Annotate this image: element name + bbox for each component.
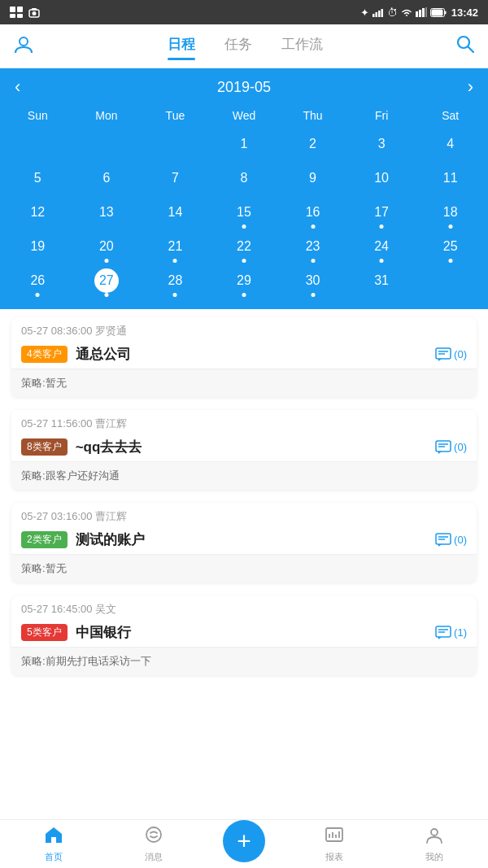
search-icon[interactable]	[455, 34, 475, 59]
calendar-weekdays: Sun Mon Tue Wed Thu Fri Sat	[0, 106, 488, 125]
day-number: 12	[25, 200, 50, 225]
bottom-nav: 首页 消息 + 报表	[0, 819, 488, 868]
svg-rect-17	[445, 11, 447, 14]
svg-rect-14	[425, 7, 427, 17]
calendar-day[interactable]: 1	[210, 129, 279, 161]
schedule-title: 测试的账户	[76, 530, 427, 549]
schedule-main-row: 2类客户测试的账户 (0)	[11, 527, 477, 554]
calendar-day[interactable]: 4	[416, 129, 485, 161]
comment-count: (0)	[454, 441, 467, 453]
tab-schedule[interactable]: 日程	[168, 35, 195, 57]
prev-month-button[interactable]: ‹	[15, 76, 20, 98]
tab-workflow[interactable]: 工作流	[281, 35, 323, 57]
calendar-day[interactable]: 11	[416, 163, 485, 195]
calendar-day[interactable]: 26	[3, 265, 72, 298]
day-number: 14	[163, 200, 187, 225]
nav-add[interactable]: +	[204, 820, 285, 869]
nav-reports[interactable]: 报表	[284, 826, 384, 863]
calendar-day[interactable]: 22	[210, 231, 279, 264]
calendar-day[interactable]: 16	[278, 197, 347, 229]
calendar-day[interactable]: 10	[347, 163, 416, 195]
svg-rect-9	[378, 11, 381, 17]
schedule-item[interactable]: 05-27 03:16:00 曹江辉2类客户测试的账户 (0)策略:暂无	[11, 503, 477, 582]
calendar-day[interactable]: 18	[416, 197, 485, 229]
calendar: ‹ 2019-05 › Sun Mon Tue Wed Thu Fri Sat …	[0, 68, 488, 309]
svg-rect-34	[326, 828, 342, 841]
add-button[interactable]: +	[223, 820, 265, 862]
reports-icon	[325, 826, 344, 848]
time-display: 13:42	[451, 7, 478, 19]
comment-button[interactable]: (0)	[435, 440, 467, 455]
calendar-day[interactable]: 17	[347, 197, 416, 229]
calendar-day[interactable]: 19	[3, 231, 72, 264]
calendar-day[interactable]: 7	[141, 163, 210, 195]
calendar-day[interactable]: 29	[210, 265, 279, 298]
calendar-day[interactable]: 31	[347, 265, 416, 298]
event-dot	[448, 259, 452, 263]
weekday-sun: Sun	[3, 106, 72, 125]
comment-button[interactable]: (0)	[435, 533, 467, 547]
day-number: 15	[232, 200, 256, 225]
day-number: 9	[301, 166, 325, 190]
calendar-day[interactable]: 21	[141, 231, 210, 264]
svg-rect-16	[431, 9, 442, 15]
day-number: 5	[25, 166, 50, 190]
status-bar: ✦ ⏱ 13:42	[0, 0, 488, 24]
svg-rect-2	[10, 14, 15, 18]
nav-messages-label: 消息	[145, 851, 163, 863]
day-number: 26	[25, 268, 50, 293]
comment-count: (0)	[454, 348, 467, 360]
svg-rect-8	[375, 12, 377, 17]
schedule-item-header: 05-27 03:16:00 曹江辉	[11, 503, 477, 527]
calendar-day[interactable]: 30	[278, 265, 347, 298]
schedule-item-header: 05-27 08:36:00 罗贤通	[11, 317, 477, 342]
schedule-meta: 05-27 03:16:00 曹江辉	[21, 509, 127, 524]
calendar-day[interactable]: 15	[210, 197, 279, 229]
day-number: 4	[438, 132, 463, 156]
calendar-day[interactable]: 13	[72, 197, 142, 229]
svg-rect-13	[422, 8, 425, 17]
calendar-day[interactable]: 12	[3, 197, 72, 229]
svg-rect-10	[381, 9, 383, 17]
calendar-day[interactable]: 9	[278, 163, 347, 195]
next-month-button[interactable]: ›	[468, 76, 473, 98]
calendar-day[interactable]: 3	[347, 129, 416, 161]
calendar-day[interactable]: 14	[141, 197, 210, 229]
profile-icon[interactable]	[13, 33, 34, 59]
svg-rect-7	[373, 14, 375, 17]
nav-home[interactable]: 首页	[3, 826, 103, 863]
calendar-day[interactable]: 27	[72, 265, 142, 298]
day-number	[94, 132, 119, 156]
schedule-item[interactable]: 05-27 16:45:00 吴文5类客户中国银行 (1)策略:前期先打电话采访…	[11, 595, 477, 675]
event-dot	[311, 225, 315, 229]
svg-rect-1	[17, 7, 23, 12]
calendar-day[interactable]: 25	[416, 231, 485, 264]
svg-point-33	[146, 827, 161, 842]
schedule-main-row: 8类客户~qq去去去 (0)	[11, 434, 477, 461]
day-number: 2	[301, 132, 325, 156]
day-number: 8	[232, 166, 256, 190]
comment-button[interactable]: (1)	[435, 626, 467, 640]
schedule-item[interactable]: 05-27 11:56:00 曹江辉8类客户~qq去去去 (0)策略:跟客户还好…	[11, 410, 477, 490]
schedule-item[interactable]: 05-27 08:36:00 罗贤通4类客户通总公司 (0)策略:暂无	[11, 317, 477, 397]
calendar-day[interactable]: 23	[278, 231, 347, 264]
calendar-day[interactable]: 28	[141, 265, 210, 298]
nav-mine[interactable]: 我的	[385, 826, 485, 863]
comment-button[interactable]: (0)	[435, 347, 467, 362]
calendar-day[interactable]: 8	[210, 163, 279, 195]
nav-messages[interactable]: 消息	[103, 826, 203, 863]
messages-icon	[144, 826, 163, 848]
calendar-day[interactable]: 5	[3, 163, 72, 195]
customer-badge: 5类客户	[21, 624, 68, 641]
weekday-thu: Thu	[278, 106, 347, 125]
event-dot	[242, 225, 246, 229]
calendar-day[interactable]: 2	[278, 129, 347, 161]
calendar-day[interactable]: 20	[72, 231, 142, 264]
calendar-day[interactable]: 24	[347, 231, 416, 264]
calendar-month-label: 2019-05	[217, 79, 271, 96]
event-dot	[311, 293, 315, 297]
tab-task[interactable]: 任务	[224, 35, 252, 57]
calendar-day[interactable]: 6	[72, 163, 142, 195]
svg-rect-6	[32, 8, 37, 11]
schedule-item-header: 05-27 11:56:00 曹江辉	[11, 410, 477, 434]
